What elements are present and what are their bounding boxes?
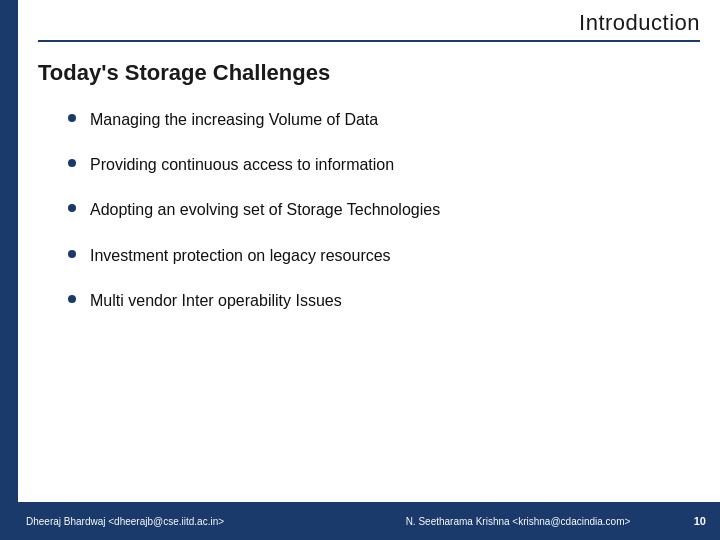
bullet-dot-icon <box>68 114 76 122</box>
bullet-dot-icon <box>68 250 76 258</box>
footer-bar: Dheeraj Bhardwaj <dheerajb@cse.iitd.ac.i… <box>0 502 720 540</box>
footer-page-number: 10 <box>682 515 706 527</box>
bullet-dot-icon <box>68 204 76 212</box>
footer-left-text: Dheeraj Bhardwaj <dheerajb@cse.iitd.ac.i… <box>26 516 354 527</box>
slide-title: Introduction <box>38 10 700 36</box>
bullet-text: Adopting an evolving set of Storage Tech… <box>90 198 680 221</box>
bullet-text: Multi vendor Inter operability Issues <box>90 289 680 312</box>
list-item: Multi vendor Inter operability Issues <box>68 289 680 312</box>
title-area: Introduction <box>18 0 720 36</box>
section-heading: Today's Storage Challenges <box>18 42 720 86</box>
footer-center-text: N. Seetharama Krishna <krishna@cdacindia… <box>354 516 682 527</box>
list-item: Managing the increasing Volume of Data <box>68 108 680 131</box>
bullet-text: Investment protection on legacy resource… <box>90 244 680 267</box>
list-item: Providing continuous access to informati… <box>68 153 680 176</box>
slide-container: Dheeraj Bhardwaj <dheerajb@cse.iitd.ac.i… <box>0 0 720 540</box>
bullet-text: Providing continuous access to informati… <box>90 153 680 176</box>
bullet-list: Managing the increasing Volume of DataPr… <box>18 86 720 312</box>
slide-content: Introduction Today's Storage Challenges … <box>18 0 720 502</box>
list-item: Investment protection on legacy resource… <box>68 244 680 267</box>
list-item: Adopting an evolving set of Storage Tech… <box>68 198 680 221</box>
bullet-dot-icon <box>68 159 76 167</box>
left-accent-bar <box>0 0 18 540</box>
bullet-text: Managing the increasing Volume of Data <box>90 108 680 131</box>
bullet-dot-icon <box>68 295 76 303</box>
